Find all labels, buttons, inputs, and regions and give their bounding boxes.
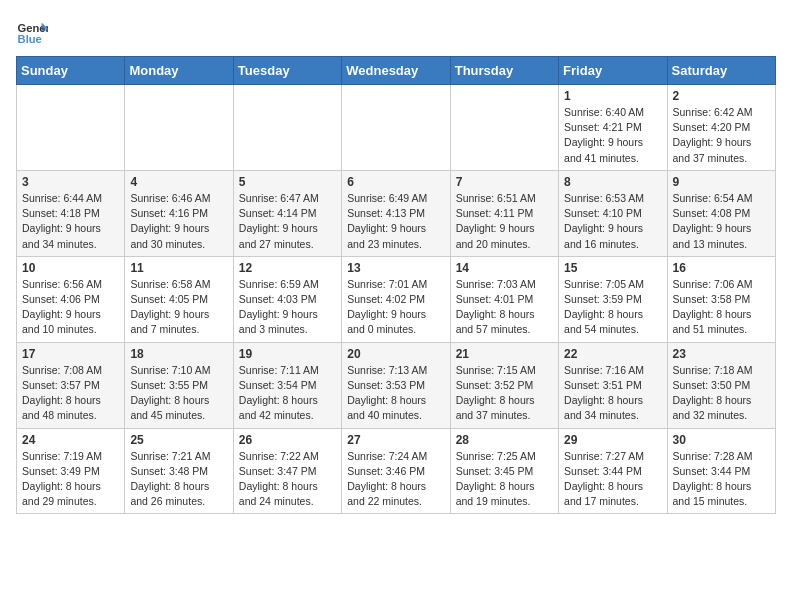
day-number: 17: [22, 347, 119, 361]
day-number: 25: [130, 433, 227, 447]
day-number: 8: [564, 175, 661, 189]
calendar-cell: 25Sunrise: 7:21 AM Sunset: 3:48 PM Dayli…: [125, 428, 233, 514]
calendar-cell: 8Sunrise: 6:53 AM Sunset: 4:10 PM Daylig…: [559, 170, 667, 256]
day-number: 27: [347, 433, 444, 447]
day-info: Sunrise: 6:58 AM Sunset: 4:05 PM Dayligh…: [130, 277, 227, 338]
calendar-week-3: 10Sunrise: 6:56 AM Sunset: 4:06 PM Dayli…: [17, 256, 776, 342]
day-number: 3: [22, 175, 119, 189]
day-info: Sunrise: 7:03 AM Sunset: 4:01 PM Dayligh…: [456, 277, 553, 338]
day-number: 23: [673, 347, 770, 361]
calendar-header-tuesday: Tuesday: [233, 57, 341, 85]
day-number: 11: [130, 261, 227, 275]
calendar-cell: 18Sunrise: 7:10 AM Sunset: 3:55 PM Dayli…: [125, 342, 233, 428]
day-info: Sunrise: 7:10 AM Sunset: 3:55 PM Dayligh…: [130, 363, 227, 424]
day-number: 12: [239, 261, 336, 275]
calendar-cell: 6Sunrise: 6:49 AM Sunset: 4:13 PM Daylig…: [342, 170, 450, 256]
day-number: 1: [564, 89, 661, 103]
calendar-cell: 10Sunrise: 6:56 AM Sunset: 4:06 PM Dayli…: [17, 256, 125, 342]
calendar-cell: 12Sunrise: 6:59 AM Sunset: 4:03 PM Dayli…: [233, 256, 341, 342]
calendar-cell: 19Sunrise: 7:11 AM Sunset: 3:54 PM Dayli…: [233, 342, 341, 428]
calendar-cell: 2Sunrise: 6:42 AM Sunset: 4:20 PM Daylig…: [667, 85, 775, 171]
logo: General Blue: [16, 16, 52, 48]
day-number: 21: [456, 347, 553, 361]
calendar-header-saturday: Saturday: [667, 57, 775, 85]
calendar-header-row: SundayMondayTuesdayWednesdayThursdayFrid…: [17, 57, 776, 85]
calendar-cell: 17Sunrise: 7:08 AM Sunset: 3:57 PM Dayli…: [17, 342, 125, 428]
calendar-cell: 15Sunrise: 7:05 AM Sunset: 3:59 PM Dayli…: [559, 256, 667, 342]
calendar-header-wednesday: Wednesday: [342, 57, 450, 85]
calendar-cell: 24Sunrise: 7:19 AM Sunset: 3:49 PM Dayli…: [17, 428, 125, 514]
day-number: 14: [456, 261, 553, 275]
calendar-header-monday: Monday: [125, 57, 233, 85]
calendar-week-5: 24Sunrise: 7:19 AM Sunset: 3:49 PM Dayli…: [17, 428, 776, 514]
calendar-cell: [233, 85, 341, 171]
logo-icon: General Blue: [16, 16, 48, 48]
calendar-table: SundayMondayTuesdayWednesdayThursdayFrid…: [16, 56, 776, 514]
calendar-cell: [17, 85, 125, 171]
calendar-cell: 11Sunrise: 6:58 AM Sunset: 4:05 PM Dayli…: [125, 256, 233, 342]
calendar-cell: 16Sunrise: 7:06 AM Sunset: 3:58 PM Dayli…: [667, 256, 775, 342]
day-info: Sunrise: 7:22 AM Sunset: 3:47 PM Dayligh…: [239, 449, 336, 510]
day-info: Sunrise: 7:18 AM Sunset: 3:50 PM Dayligh…: [673, 363, 770, 424]
calendar-week-2: 3Sunrise: 6:44 AM Sunset: 4:18 PM Daylig…: [17, 170, 776, 256]
day-number: 2: [673, 89, 770, 103]
day-info: Sunrise: 7:08 AM Sunset: 3:57 PM Dayligh…: [22, 363, 119, 424]
day-number: 10: [22, 261, 119, 275]
day-info: Sunrise: 7:05 AM Sunset: 3:59 PM Dayligh…: [564, 277, 661, 338]
calendar-header-sunday: Sunday: [17, 57, 125, 85]
day-info: Sunrise: 6:40 AM Sunset: 4:21 PM Dayligh…: [564, 105, 661, 166]
day-info: Sunrise: 6:56 AM Sunset: 4:06 PM Dayligh…: [22, 277, 119, 338]
day-info: Sunrise: 7:28 AM Sunset: 3:44 PM Dayligh…: [673, 449, 770, 510]
day-info: Sunrise: 6:59 AM Sunset: 4:03 PM Dayligh…: [239, 277, 336, 338]
calendar-cell: 22Sunrise: 7:16 AM Sunset: 3:51 PM Dayli…: [559, 342, 667, 428]
calendar-cell: 21Sunrise: 7:15 AM Sunset: 3:52 PM Dayli…: [450, 342, 558, 428]
day-info: Sunrise: 7:27 AM Sunset: 3:44 PM Dayligh…: [564, 449, 661, 510]
day-number: 18: [130, 347, 227, 361]
day-info: Sunrise: 7:24 AM Sunset: 3:46 PM Dayligh…: [347, 449, 444, 510]
day-info: Sunrise: 7:11 AM Sunset: 3:54 PM Dayligh…: [239, 363, 336, 424]
day-info: Sunrise: 7:21 AM Sunset: 3:48 PM Dayligh…: [130, 449, 227, 510]
day-number: 6: [347, 175, 444, 189]
day-info: Sunrise: 7:16 AM Sunset: 3:51 PM Dayligh…: [564, 363, 661, 424]
day-number: 22: [564, 347, 661, 361]
calendar-cell: 29Sunrise: 7:27 AM Sunset: 3:44 PM Dayli…: [559, 428, 667, 514]
page-header: General Blue: [16, 16, 776, 48]
day-info: Sunrise: 7:06 AM Sunset: 3:58 PM Dayligh…: [673, 277, 770, 338]
calendar-week-4: 17Sunrise: 7:08 AM Sunset: 3:57 PM Dayli…: [17, 342, 776, 428]
day-info: Sunrise: 7:13 AM Sunset: 3:53 PM Dayligh…: [347, 363, 444, 424]
calendar-cell: 4Sunrise: 6:46 AM Sunset: 4:16 PM Daylig…: [125, 170, 233, 256]
calendar-cell: 26Sunrise: 7:22 AM Sunset: 3:47 PM Dayli…: [233, 428, 341, 514]
day-info: Sunrise: 6:47 AM Sunset: 4:14 PM Dayligh…: [239, 191, 336, 252]
day-number: 24: [22, 433, 119, 447]
day-info: Sunrise: 7:25 AM Sunset: 3:45 PM Dayligh…: [456, 449, 553, 510]
day-number: 7: [456, 175, 553, 189]
calendar-cell: 1Sunrise: 6:40 AM Sunset: 4:21 PM Daylig…: [559, 85, 667, 171]
calendar-week-1: 1Sunrise: 6:40 AM Sunset: 4:21 PM Daylig…: [17, 85, 776, 171]
calendar-cell: 13Sunrise: 7:01 AM Sunset: 4:02 PM Dayli…: [342, 256, 450, 342]
day-number: 19: [239, 347, 336, 361]
day-number: 30: [673, 433, 770, 447]
calendar-cell: [342, 85, 450, 171]
day-number: 15: [564, 261, 661, 275]
day-number: 13: [347, 261, 444, 275]
day-number: 16: [673, 261, 770, 275]
calendar-cell: 7Sunrise: 6:51 AM Sunset: 4:11 PM Daylig…: [450, 170, 558, 256]
day-number: 5: [239, 175, 336, 189]
calendar-cell: 5Sunrise: 6:47 AM Sunset: 4:14 PM Daylig…: [233, 170, 341, 256]
calendar-cell: 3Sunrise: 6:44 AM Sunset: 4:18 PM Daylig…: [17, 170, 125, 256]
calendar-cell: [125, 85, 233, 171]
calendar-cell: 30Sunrise: 7:28 AM Sunset: 3:44 PM Dayli…: [667, 428, 775, 514]
calendar-cell: 27Sunrise: 7:24 AM Sunset: 3:46 PM Dayli…: [342, 428, 450, 514]
day-info: Sunrise: 6:53 AM Sunset: 4:10 PM Dayligh…: [564, 191, 661, 252]
calendar-header-thursday: Thursday: [450, 57, 558, 85]
calendar-cell: 23Sunrise: 7:18 AM Sunset: 3:50 PM Dayli…: [667, 342, 775, 428]
calendar-cell: 20Sunrise: 7:13 AM Sunset: 3:53 PM Dayli…: [342, 342, 450, 428]
day-info: Sunrise: 6:44 AM Sunset: 4:18 PM Dayligh…: [22, 191, 119, 252]
calendar-cell: [450, 85, 558, 171]
day-info: Sunrise: 6:51 AM Sunset: 4:11 PM Dayligh…: [456, 191, 553, 252]
calendar-cell: 14Sunrise: 7:03 AM Sunset: 4:01 PM Dayli…: [450, 256, 558, 342]
svg-text:Blue: Blue: [18, 33, 42, 45]
day-info: Sunrise: 7:19 AM Sunset: 3:49 PM Dayligh…: [22, 449, 119, 510]
calendar-cell: 9Sunrise: 6:54 AM Sunset: 4:08 PM Daylig…: [667, 170, 775, 256]
day-info: Sunrise: 6:54 AM Sunset: 4:08 PM Dayligh…: [673, 191, 770, 252]
